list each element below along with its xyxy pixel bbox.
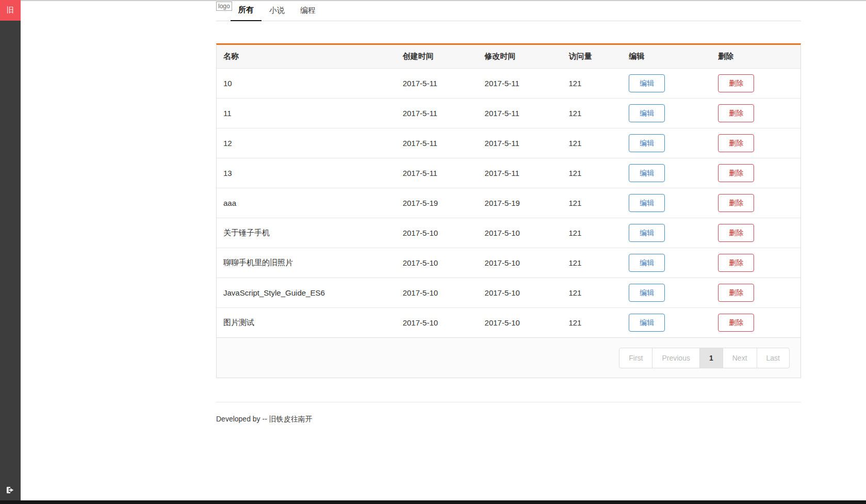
row-views-cell: 121	[562, 229, 622, 237]
row-name-cell: 聊聊手机里的旧照片	[217, 258, 396, 268]
tab-programming[interactable]: 编程	[292, 0, 323, 21]
row-modified-cell: 2017-5-10	[478, 229, 562, 237]
row-name-cell: 关于锤子手机	[217, 228, 396, 238]
delete-button[interactable]: 删除	[718, 164, 754, 182]
table-row: 12 2017-5-11 2017-5-11 121 编辑 删除	[217, 128, 800, 158]
table-row: 关于锤子手机 2017-5-10 2017-5-10 121 编辑 删除	[217, 218, 800, 248]
pagination-previous[interactable]: Previous	[652, 348, 699, 368]
delete-button[interactable]: 删除	[718, 104, 754, 122]
column-header-modified: 修改时间	[478, 52, 562, 61]
delete-button[interactable]: 删除	[718, 284, 754, 302]
row-name-cell: 12	[217, 139, 396, 148]
brand-badge[interactable]: 旧	[0, 0, 21, 21]
row-views-cell: 121	[562, 139, 622, 148]
row-created-cell: 2017-5-11	[396, 139, 478, 148]
pagination-last[interactable]: Last	[757, 348, 790, 368]
article-table: 名称 创建时间 修改时间 访问量 编辑 删除 10 2017-5-11 2017…	[216, 43, 801, 378]
column-header-views: 访问量	[562, 52, 622, 61]
sign-out-icon-glyph	[5, 485, 15, 495]
tab-novel[interactable]: 小说	[262, 0, 292, 21]
pagination-next[interactable]: Next	[723, 348, 757, 368]
column-header-name: 名称	[217, 52, 396, 61]
pagination-first[interactable]: First	[619, 348, 652, 368]
delete-button[interactable]: 删除	[718, 134, 754, 152]
pagination: First Previous 1 Next Last	[619, 348, 790, 368]
nav-tabs: 所有 小说 编程	[231, 0, 323, 21]
window-top-edge	[21, 0, 866, 1]
edit-button[interactable]: 编辑	[629, 194, 665, 212]
table-row: aaa 2017-5-19 2017-5-19 121 编辑 删除	[217, 188, 800, 218]
delete-button[interactable]: 删除	[718, 224, 754, 242]
table-row: 10 2017-5-11 2017-5-11 121 编辑 删除	[217, 68, 800, 98]
row-created-cell: 2017-5-10	[396, 258, 478, 267]
row-modified-cell: 2017-5-19	[478, 199, 562, 207]
edit-button[interactable]: 编辑	[629, 134, 665, 152]
delete-button[interactable]: 删除	[718, 194, 754, 212]
edit-button[interactable]: 编辑	[629, 164, 665, 182]
row-modified-cell: 2017-5-11	[478, 109, 562, 118]
edit-button[interactable]: 编辑	[629, 314, 665, 332]
table-row: 图片测试 2017-5-10 2017-5-10 121 编辑 删除	[217, 307, 800, 337]
sign-out-icon[interactable]	[5, 484, 16, 496]
row-created-cell: 2017-5-11	[396, 169, 478, 177]
row-views-cell: 121	[562, 79, 622, 88]
row-modified-cell: 2017-5-10	[478, 258, 562, 267]
column-header-created: 创建时间	[396, 52, 478, 61]
row-created-cell: 2017-5-10	[396, 318, 478, 327]
row-modified-cell: 2017-5-11	[478, 139, 562, 148]
row-modified-cell: 2017-5-11	[478, 169, 562, 177]
row-modified-cell: 2017-5-10	[478, 288, 562, 297]
bottom-scrollbar-track[interactable]	[0, 500, 866, 504]
row-views-cell: 121	[562, 318, 622, 327]
row-views-cell: 121	[562, 169, 622, 177]
delete-button[interactable]: 删除	[718, 314, 754, 332]
table-row: JavaScript_Style_Guide_ES6 2017-5-10 201…	[217, 278, 800, 307]
edit-button[interactable]: 编辑	[629, 254, 665, 272]
tab-all[interactable]: 所有	[231, 0, 262, 21]
table-row: 11 2017-5-11 2017-5-11 121 编辑 删除	[217, 98, 800, 128]
table-row: 聊聊手机里的旧照片 2017-5-10 2017-5-10 121 编辑 删除	[217, 248, 800, 278]
row-name-cell: 10	[217, 79, 396, 88]
sidebar: 旧	[0, 0, 21, 504]
footer-divider	[216, 402, 801, 402]
edit-button[interactable]: 编辑	[629, 74, 665, 92]
edit-button[interactable]: 编辑	[629, 104, 665, 122]
table-footer-row: First Previous 1 Next Last	[217, 337, 800, 378]
pagination-page-1[interactable]: 1	[699, 348, 723, 368]
row-created-cell: 2017-5-19	[396, 199, 478, 207]
row-name-cell: 11	[217, 109, 396, 118]
edit-button[interactable]: 编辑	[629, 224, 665, 242]
row-views-cell: 121	[562, 288, 622, 297]
row-modified-cell: 2017-5-10	[478, 318, 562, 327]
edit-button[interactable]: 编辑	[629, 284, 665, 302]
footer-credit: Developed by -- 旧铁皮往南开	[216, 415, 801, 424]
row-name-cell: 13	[217, 169, 396, 177]
row-name-cell: aaa	[217, 199, 396, 207]
table-body: 10 2017-5-11 2017-5-11 121 编辑 删除 11 2017…	[217, 68, 800, 337]
navbar: logo 所有 小说 编程	[216, 0, 801, 21]
row-name-cell: 图片测试	[217, 318, 396, 328]
row-created-cell: 2017-5-10	[396, 288, 478, 297]
row-name-cell: JavaScript_Style_Guide_ES6	[217, 288, 396, 297]
row-views-cell: 121	[562, 199, 622, 207]
row-modified-cell: 2017-5-11	[478, 79, 562, 88]
row-views-cell: 121	[562, 109, 622, 118]
column-header-edit: 编辑	[622, 52, 711, 61]
row-created-cell: 2017-5-11	[396, 79, 478, 88]
delete-button[interactable]: 删除	[718, 74, 754, 92]
main-content: logo 所有 小说 编程 名称 创建时间 修改时间 访问量 编辑 删除 10 …	[216, 0, 801, 424]
row-views-cell: 121	[562, 258, 622, 267]
table-row: 13 2017-5-11 2017-5-11 121 编辑 删除	[217, 158, 800, 188]
table-header-row: 名称 创建时间 修改时间 访问量 编辑 删除	[217, 45, 800, 68]
broken-logo-image[interactable]: logo	[216, 2, 232, 11]
row-created-cell: 2017-5-10	[396, 229, 478, 237]
row-created-cell: 2017-5-11	[396, 109, 478, 118]
column-header-delete: 删除	[711, 52, 800, 61]
delete-button[interactable]: 删除	[718, 254, 754, 272]
